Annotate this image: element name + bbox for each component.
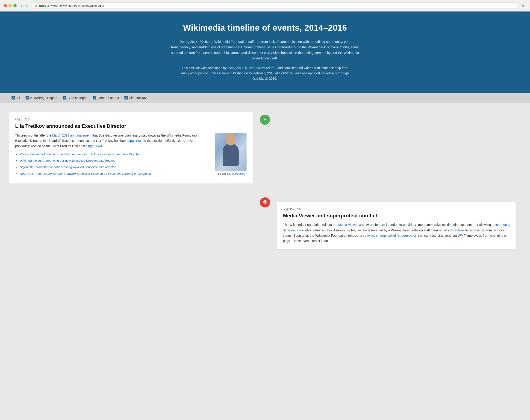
attribution-prefix: This timeline was developed by	[182, 66, 227, 70]
timeline-container: + May 1, 2014 Lila Tretikov announced as…	[0, 103, 530, 294]
filter-bar: All Knowledge Engine Staff changes Gener…	[0, 93, 530, 103]
card-1-links: Press release: Wikimedia Foundation name…	[15, 152, 211, 176]
maximize-button[interactable]	[13, 4, 16, 7]
march-2013-link[interactable]: March 2013 announcement	[52, 134, 91, 137]
filter-staff-changes-label: Staff changes	[68, 96, 87, 100]
filter-knowledge-engine[interactable]: Knowledge Engine	[26, 96, 57, 100]
filter-general-unrest-label: General unrest	[98, 96, 119, 100]
site-description: During 2014–2016, the Wikimedia Foundati…	[171, 39, 359, 61]
community-decision-link[interactable]: community decision	[283, 223, 510, 232]
filter-general-unrest-checkbox[interactable]	[93, 96, 96, 99]
link-item-1: Press release: Wikimedia Foundation name…	[20, 152, 211, 157]
url-rest: www.mollywhite.net/timelines/wikimedia/	[50, 4, 104, 7]
timeline-conflict-node[interactable]: ☹	[260, 197, 270, 208]
press-release-link[interactable]: Press release: Wikimedia Foundation name…	[20, 153, 140, 156]
signpost-link[interactable]: Signpost: Foundation announces long-awai…	[20, 165, 116, 169]
card-2-wrapper: August 6, 2014 Media Viewer and superpro…	[277, 202, 516, 249]
link-item-2: Wikimedia blog: Announcing our new Execu…	[20, 158, 211, 163]
filter-knowledge-engine-checkbox[interactable]	[26, 96, 29, 99]
filter-staff-changes[interactable]: Staff changes	[63, 96, 87, 100]
nav-buttons: ‹ ›	[19, 3, 29, 8]
card-1-text: Thirteen months after the March 2013 ann…	[15, 133, 211, 178]
threatens-link[interactable]: threatens	[451, 228, 464, 232]
card-1-content: Thirteen months after the March 2013 ann…	[15, 133, 247, 178]
page-title: Wikimedia timeline of events, 2014–2016	[9, 23, 521, 33]
filter-knowledge-engine-label: Knowledge Engine	[30, 96, 57, 100]
browser-chrome: ‹ › 🔒 https://www.mollywhite.net/timelin…	[0, 0, 530, 12]
card-1-image-area: Lila Tretikov (attribution)	[215, 133, 247, 178]
photo-caption: Lila Tretikov (attribution)	[215, 172, 247, 175]
filter-all-label: All	[16, 96, 20, 100]
wiki-blog-link[interactable]: Wikimedia blog: Announcing our new Execu…	[20, 159, 115, 162]
attribution-author-link[interactable]: Molly White (User:GorillaWarfare)	[227, 66, 276, 70]
card-1: May 1, 2014 Lila Tretikov announced as E…	[9, 112, 253, 183]
card-2-body: The Wikimedia Foundation roll out the Me…	[283, 222, 510, 243]
card-2-date: August 6, 2014	[283, 208, 510, 211]
filter-lila-tretikov[interactable]: Lila Tretikov	[124, 96, 147, 100]
filter-general-unrest[interactable]: General unrest	[93, 96, 119, 100]
card-1-date: May 1, 2014	[15, 118, 247, 121]
back-button[interactable]: ‹	[19, 3, 23, 8]
sugarcrm-link[interactable]: SugarCRM	[86, 144, 102, 148]
site-attribution: This timeline was developed by Molly Whi…	[178, 65, 352, 81]
card-2-title: Media Viewer and superprotect conflict	[283, 212, 510, 219]
card-2: August 6, 2014 Media Viewer and superpro…	[277, 202, 516, 249]
filter-lila-tretikov-checkbox[interactable]	[124, 96, 128, 99]
timeline-add-node[interactable]: +	[260, 115, 270, 125]
link-item-4: New York Times: Open-Source Software Spe…	[20, 171, 211, 176]
person-photo	[215, 133, 247, 171]
traffic-lights	[4, 4, 16, 7]
filter-staff-changes-checkbox[interactable]	[63, 96, 66, 99]
photo-attribution-link[interactable]: (attribution)	[232, 172, 245, 175]
filter-all[interactable]: All	[12, 96, 20, 100]
minimize-button[interactable]	[9, 4, 12, 7]
address-bar[interactable]: 🔒 https://www.mollywhite.net/timelines/w…	[31, 2, 517, 9]
filter-lila-tretikov-label: Lila Tretikov	[129, 96, 147, 100]
nyt-link[interactable]: New York Times: Open-Source Software Spe…	[20, 172, 151, 175]
lock-icon: 🔒	[35, 4, 38, 7]
photo-name: Lila Tretikov	[217, 172, 231, 175]
url-https: https://	[39, 4, 49, 7]
menu-button[interactable]: ≡	[520, 2, 526, 9]
site-header: Wikimedia timeline of events, 2014–2016 …	[0, 12, 530, 93]
card-1-title: Lila Tretikov announced as Executive Dir…	[15, 123, 247, 130]
card-1-wrapper: May 1, 2014 Lila Tretikov announced as E…	[9, 112, 253, 183]
close-button[interactable]	[4, 4, 7, 7]
timeline-content: + May 1, 2014 Lila Tretikov announced as…	[9, 110, 521, 287]
superprotect-link[interactable]: software change called "superprotect"	[363, 234, 417, 238]
appointed-link[interactable]: appointed	[128, 139, 143, 142]
link-item-3: Signpost: Foundation announces long-awai…	[20, 165, 211, 169]
card-1-body: Thirteen months after the March 2013 ann…	[15, 133, 211, 149]
filter-all-checkbox[interactable]	[12, 96, 15, 99]
media-viewer-link[interactable]: Media Viewer	[338, 223, 358, 226]
forward-button[interactable]: ›	[25, 3, 29, 8]
